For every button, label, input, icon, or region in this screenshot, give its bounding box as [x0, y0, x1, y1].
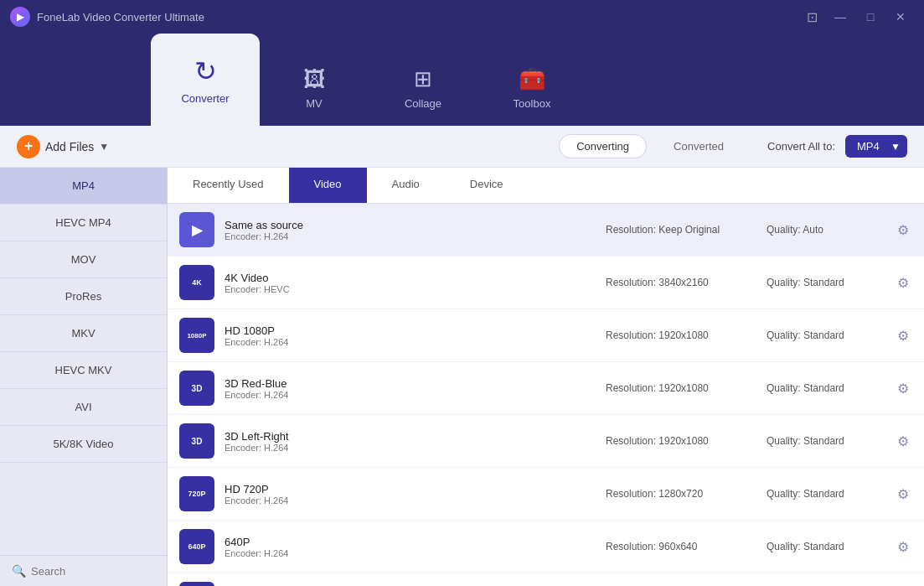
format-icon-same-as-source: ▶	[179, 212, 214, 247]
format-list-panel: Recently Used Video Audio Device ▶ Same …	[168, 168, 924, 586]
format-quality-640p: Quality: Standard	[767, 541, 884, 552]
format-item-same-as-source[interactable]: ▶ Same as source Encoder: H.264 Resoluti…	[168, 204, 924, 257]
format-name-same-as-source: Same as source	[225, 219, 596, 231]
add-files-caret-icon: ▼	[99, 141, 109, 153]
format-settings-720p[interactable]: ⚙	[894, 483, 912, 506]
convert-all-dropdown-wrapper[interactable]: MP4 MKV MOV AVI ▼	[845, 135, 907, 158]
format-item-info-640p: 640P Encoder: H.264	[225, 536, 596, 558]
format-item-info-720p: HD 720P Encoder: H.264	[225, 483, 596, 506]
format-tabs: Recently Used Video Audio Device	[168, 168, 924, 204]
format-item-info-3d-lr: 3D Left-Right Encoder: H.264	[225, 430, 596, 453]
nav-label-converter: Converter	[181, 92, 229, 105]
format-quality-4k: Quality: Standard	[767, 277, 884, 288]
format-settings-3d-lr[interactable]: ⚙	[894, 430, 912, 453]
nav-item-mv[interactable]: 🖼 MV	[260, 50, 369, 126]
format-sidebar: MP4 HEVC MP4 MOV ProRes MKV HEVC MKV AVI…	[0, 168, 168, 586]
format-icon-4k: 4K	[179, 265, 214, 300]
format-quality-1080p: Quality: Standard	[767, 329, 884, 341]
format-item-4k-video[interactable]: 4K 4K Video Encoder: HEVC Resolution: 38…	[168, 257, 924, 309]
close-button[interactable]: ✕	[887, 7, 914, 27]
format-res-3d-lr: Resolution: 1920x1080	[606, 435, 756, 447]
add-files-button[interactable]: + Add Files ▼	[17, 135, 109, 158]
format-item-3d-left-right[interactable]: 3D 3D Left-Right Encoder: H.264 Resoluti…	[168, 415, 924, 468]
format-quality-same-as-source: Quality: Auto	[767, 224, 884, 236]
tab-video[interactable]: Video	[289, 168, 367, 203]
add-files-icon: +	[17, 135, 40, 158]
caption-btn[interactable]: ⊡	[800, 8, 823, 25]
category-avi[interactable]: AVI	[0, 389, 167, 426]
title-bar: ▶ FoneLab Video Converter Ultimate ⊡ — □…	[0, 0, 924, 34]
category-5k8k[interactable]: 5K/8K Video	[0, 426, 167, 463]
format-item-hd-720p[interactable]: 720P HD 720P Encoder: H.264 Resolution: …	[168, 468, 924, 521]
tab-audio[interactable]: Audio	[367, 168, 445, 203]
format-icon-576p: 576P	[179, 582, 214, 586]
format-name-3d-rb: 3D Red-Blue	[225, 377, 596, 390]
maximize-button[interactable]: □	[857, 7, 884, 27]
app-title: FoneLab Video Converter Ultimate	[37, 11, 204, 23]
convert-all-label: Convert All to:	[767, 140, 835, 153]
app-logo: ▶	[10, 7, 30, 27]
format-quality-3d-lr: Quality: Standard	[767, 435, 884, 447]
format-icon-1080p: 1080P	[179, 318, 214, 353]
title-bar-left: ▶ FoneLab Video Converter Ultimate	[10, 7, 204, 27]
format-items-list: ▶ Same as source Encoder: H.264 Resoluti…	[168, 204, 924, 586]
format-item-hd-1080p[interactable]: 1080P HD 1080P Encoder: H.264 Resolution…	[168, 309, 924, 362]
convert-all-dropdown[interactable]: MP4 MKV MOV AVI	[845, 135, 907, 158]
title-bar-controls: ⊡ — □ ✕	[800, 7, 914, 27]
format-name-1080p: HD 1080P	[225, 324, 596, 337]
format-encoder-3d-rb: Encoder: H.264	[225, 390, 596, 400]
format-settings-same-as-source[interactable]: ⚙	[894, 219, 912, 241]
format-res-640p: Resolution: 960x640	[606, 541, 756, 552]
format-settings-4k[interactable]: ⚙	[894, 272, 912, 294]
category-prores[interactable]: ProRes	[0, 278, 167, 315]
format-settings-3d-rb[interactable]: ⚙	[894, 377, 912, 400]
minimize-button[interactable]: —	[827, 7, 854, 27]
format-settings-640p[interactable]: ⚙	[894, 536, 912, 558]
search-icon: 🔍	[12, 564, 26, 578]
main-area: + Add Files ▼ Converting Converted Conve…	[0, 126, 924, 586]
format-encoder-same-as-source: Encoder: H.264	[225, 231, 596, 241]
format-name-3d-lr: 3D Left-Right	[225, 430, 596, 443]
category-mkv[interactable]: MKV	[0, 315, 167, 352]
nav-label-toolbox: Toolbox	[514, 97, 551, 110]
converting-tab[interactable]: Converting	[559, 134, 647, 158]
format-icon-3d-lr: 3D	[179, 423, 214, 459]
tab-recently-used[interactable]: Recently Used	[168, 168, 289, 203]
format-encoder-3d-lr: Encoder: H.264	[225, 443, 596, 453]
format-panel: MP4 HEVC MP4 MOV ProRes MKV HEVC MKV AVI…	[0, 168, 924, 586]
format-item-info-4k: 4K Video Encoder: HEVC	[225, 272, 596, 294]
format-encoder-4k: Encoder: HEVC	[225, 284, 596, 294]
format-encoder-1080p: Encoder: H.264	[225, 337, 596, 347]
category-mp4[interactable]: MP4	[0, 168, 167, 205]
nav-bar: ↻ Converter 🖼 MV ⊞ Collage 🧰 Toolbox	[0, 34, 924, 126]
format-res-4k: Resolution: 3840x2160	[606, 277, 756, 288]
format-icon-720p: 720P	[179, 476, 214, 511]
tab-device[interactable]: Device	[445, 168, 529, 203]
format-icon-3d-rb: 3D	[179, 371, 214, 406]
format-item-640p[interactable]: 640P 640P Encoder: H.264 Resolution: 960…	[168, 521, 924, 573]
format-item-info-1080p: HD 1080P Encoder: H.264	[225, 324, 596, 347]
format-item-3d-red-blue[interactable]: 3D 3D Red-Blue Encoder: H.264 Resolution…	[168, 362, 924, 415]
format-icon-640p: 640P	[179, 529, 214, 564]
format-settings-1080p[interactable]: ⚙	[894, 324, 912, 347]
format-res-same-as-source: Resolution: Keep Original	[606, 224, 756, 236]
search-box: 🔍	[0, 555, 167, 586]
category-hevc-mkv[interactable]: HEVC MKV	[0, 352, 167, 389]
format-name-4k: 4K Video	[225, 272, 596, 284]
category-mov[interactable]: MOV	[0, 241, 167, 278]
nav-item-toolbox[interactable]: 🧰 Toolbox	[477, 50, 586, 126]
converted-tab[interactable]: Converted	[657, 135, 741, 158]
nav-item-converter[interactable]: ↻ Converter	[151, 34, 260, 126]
search-input[interactable]	[31, 565, 168, 578]
toolbar: + Add Files ▼ Converting Converted Conve…	[0, 126, 924, 168]
toolbox-icon: 🧰	[519, 66, 545, 92]
converter-icon: ↻	[194, 55, 217, 87]
format-res-3d-rb: Resolution: 1920x1080	[606, 382, 756, 394]
format-item-sd-576p[interactable]: 576P SD 576P Encoder: H.264 Resolution: …	[168, 573, 924, 586]
nav-label-collage: Collage	[405, 97, 441, 110]
nav-item-collage[interactable]: ⊞ Collage	[369, 50, 477, 126]
format-item-info-same-as-source: Same as source Encoder: H.264	[225, 219, 596, 241]
format-encoder-640p: Encoder: H.264	[225, 548, 596, 558]
nav-label-mv: MV	[306, 97, 323, 110]
category-hevc-mp4[interactable]: HEVC MP4	[0, 205, 167, 241]
